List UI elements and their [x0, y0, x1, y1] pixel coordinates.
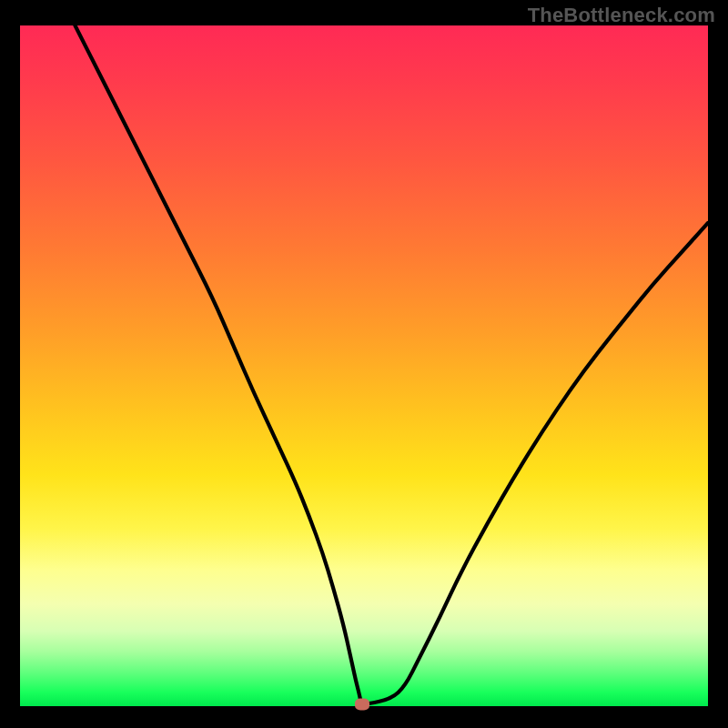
curve-svg: [20, 25, 708, 706]
chart-stage: TheBottleneck.com: [0, 0, 728, 728]
bottleneck-curve-path: [75, 25, 708, 703]
watermark-text: TheBottleneck.com: [528, 4, 715, 27]
plot-area: [20, 25, 708, 706]
optimal-point-marker: [355, 698, 369, 710]
